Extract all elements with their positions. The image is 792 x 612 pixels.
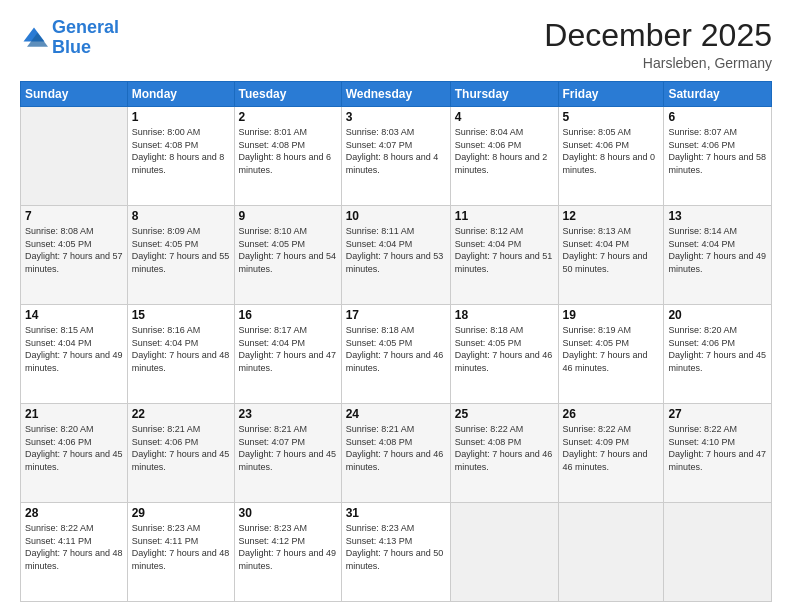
week-row: 14Sunrise: 8:15 AMSunset: 4:04 PMDayligh… bbox=[21, 305, 772, 404]
sunset-text: Sunset: 4:05 PM bbox=[239, 238, 337, 251]
day-cell: 12Sunrise: 8:13 AMSunset: 4:04 PMDayligh… bbox=[558, 206, 664, 305]
sunset-text: Sunset: 4:06 PM bbox=[668, 337, 767, 350]
sunset-text: Sunset: 4:04 PM bbox=[668, 238, 767, 251]
sunset-text: Sunset: 4:06 PM bbox=[563, 139, 660, 152]
week-row: 28Sunrise: 8:22 AMSunset: 4:11 PMDayligh… bbox=[21, 503, 772, 602]
day-info: Sunrise: 8:18 AMSunset: 4:05 PMDaylight:… bbox=[455, 324, 554, 374]
sunset-text: Sunset: 4:04 PM bbox=[563, 238, 660, 251]
sunset-text: Sunset: 4:06 PM bbox=[668, 139, 767, 152]
day-info: Sunrise: 8:00 AMSunset: 4:08 PMDaylight:… bbox=[132, 126, 230, 176]
sunrise-text: Sunrise: 8:14 AM bbox=[668, 225, 767, 238]
day-cell: 28Sunrise: 8:22 AMSunset: 4:11 PMDayligh… bbox=[21, 503, 128, 602]
day-cell: 30Sunrise: 8:23 AMSunset: 4:12 PMDayligh… bbox=[234, 503, 341, 602]
sunset-text: Sunset: 4:08 PM bbox=[346, 436, 446, 449]
day-info: Sunrise: 8:21 AMSunset: 4:06 PMDaylight:… bbox=[132, 423, 230, 473]
daylight-text: Daylight: 7 hours and 46 minutes. bbox=[563, 448, 660, 473]
sunrise-text: Sunrise: 8:23 AM bbox=[346, 522, 446, 535]
day-number: 5 bbox=[563, 110, 660, 124]
sunset-text: Sunset: 4:13 PM bbox=[346, 535, 446, 548]
day-info: Sunrise: 8:22 AMSunset: 4:09 PMDaylight:… bbox=[563, 423, 660, 473]
day-number: 4 bbox=[455, 110, 554, 124]
daylight-text: Daylight: 7 hours and 49 minutes. bbox=[25, 349, 123, 374]
sunrise-text: Sunrise: 8:22 AM bbox=[563, 423, 660, 436]
sunrise-text: Sunrise: 8:12 AM bbox=[455, 225, 554, 238]
sunrise-text: Sunrise: 8:03 AM bbox=[346, 126, 446, 139]
sunrise-text: Sunrise: 8:23 AM bbox=[132, 522, 230, 535]
day-number: 20 bbox=[668, 308, 767, 322]
day-cell: 17Sunrise: 8:18 AMSunset: 4:05 PMDayligh… bbox=[341, 305, 450, 404]
sunset-text: Sunset: 4:11 PM bbox=[132, 535, 230, 548]
daylight-text: Daylight: 7 hours and 50 minutes. bbox=[346, 547, 446, 572]
daylight-text: Daylight: 8 hours and 6 minutes. bbox=[239, 151, 337, 176]
day-cell: 13Sunrise: 8:14 AMSunset: 4:04 PMDayligh… bbox=[664, 206, 772, 305]
sunrise-text: Sunrise: 8:18 AM bbox=[346, 324, 446, 337]
sunset-text: Sunset: 4:04 PM bbox=[455, 238, 554, 251]
day-cell: 24Sunrise: 8:21 AMSunset: 4:08 PMDayligh… bbox=[341, 404, 450, 503]
day-cell: 16Sunrise: 8:17 AMSunset: 4:04 PMDayligh… bbox=[234, 305, 341, 404]
day-number: 6 bbox=[668, 110, 767, 124]
calendar-body: 1Sunrise: 8:00 AMSunset: 4:08 PMDaylight… bbox=[21, 107, 772, 602]
sunset-text: Sunset: 4:05 PM bbox=[563, 337, 660, 350]
day-cell: 15Sunrise: 8:16 AMSunset: 4:04 PMDayligh… bbox=[127, 305, 234, 404]
day-number: 28 bbox=[25, 506, 123, 520]
day-number: 24 bbox=[346, 407, 446, 421]
day-info: Sunrise: 8:09 AMSunset: 4:05 PMDaylight:… bbox=[132, 225, 230, 275]
sunrise-text: Sunrise: 8:13 AM bbox=[563, 225, 660, 238]
daylight-text: Daylight: 7 hours and 46 minutes. bbox=[563, 349, 660, 374]
day-number: 3 bbox=[346, 110, 446, 124]
day-number: 26 bbox=[563, 407, 660, 421]
daylight-text: Daylight: 7 hours and 45 minutes. bbox=[239, 448, 337, 473]
sunrise-text: Sunrise: 8:05 AM bbox=[563, 126, 660, 139]
day-info: Sunrise: 8:20 AMSunset: 4:06 PMDaylight:… bbox=[668, 324, 767, 374]
daylight-text: Daylight: 7 hours and 46 minutes. bbox=[455, 448, 554, 473]
week-row: 1Sunrise: 8:00 AMSunset: 4:08 PMDaylight… bbox=[21, 107, 772, 206]
daylight-text: Daylight: 7 hours and 45 minutes. bbox=[668, 349, 767, 374]
col-friday: Friday bbox=[558, 82, 664, 107]
day-number: 15 bbox=[132, 308, 230, 322]
logo-text: General Blue bbox=[52, 18, 119, 58]
week-row: 7Sunrise: 8:08 AMSunset: 4:05 PMDaylight… bbox=[21, 206, 772, 305]
col-wednesday: Wednesday bbox=[341, 82, 450, 107]
daylight-text: Daylight: 7 hours and 45 minutes. bbox=[25, 448, 123, 473]
sunset-text: Sunset: 4:11 PM bbox=[25, 535, 123, 548]
sunset-text: Sunset: 4:06 PM bbox=[455, 139, 554, 152]
sunrise-text: Sunrise: 8:20 AM bbox=[25, 423, 123, 436]
sunrise-text: Sunrise: 8:15 AM bbox=[25, 324, 123, 337]
day-cell: 21Sunrise: 8:20 AMSunset: 4:06 PMDayligh… bbox=[21, 404, 128, 503]
day-info: Sunrise: 8:15 AMSunset: 4:04 PMDaylight:… bbox=[25, 324, 123, 374]
col-thursday: Thursday bbox=[450, 82, 558, 107]
day-info: Sunrise: 8:05 AMSunset: 4:06 PMDaylight:… bbox=[563, 126, 660, 176]
day-info: Sunrise: 8:04 AMSunset: 4:06 PMDaylight:… bbox=[455, 126, 554, 176]
day-number: 16 bbox=[239, 308, 337, 322]
day-info: Sunrise: 8:23 AMSunset: 4:13 PMDaylight:… bbox=[346, 522, 446, 572]
daylight-text: Daylight: 7 hours and 47 minutes. bbox=[668, 448, 767, 473]
sunset-text: Sunset: 4:06 PM bbox=[132, 436, 230, 449]
sunset-text: Sunset: 4:04 PM bbox=[239, 337, 337, 350]
day-info: Sunrise: 8:22 AMSunset: 4:11 PMDaylight:… bbox=[25, 522, 123, 572]
daylight-text: Daylight: 7 hours and 53 minutes. bbox=[346, 250, 446, 275]
sunrise-text: Sunrise: 8:01 AM bbox=[239, 126, 337, 139]
header: General Blue December 2025 Harsleben, Ge… bbox=[20, 18, 772, 71]
sunrise-text: Sunrise: 8:07 AM bbox=[668, 126, 767, 139]
logo: General Blue bbox=[20, 18, 119, 58]
day-number: 2 bbox=[239, 110, 337, 124]
day-number: 12 bbox=[563, 209, 660, 223]
day-number: 7 bbox=[25, 209, 123, 223]
sunset-text: Sunset: 4:05 PM bbox=[25, 238, 123, 251]
day-cell: 27Sunrise: 8:22 AMSunset: 4:10 PMDayligh… bbox=[664, 404, 772, 503]
day-info: Sunrise: 8:22 AMSunset: 4:08 PMDaylight:… bbox=[455, 423, 554, 473]
day-number: 21 bbox=[25, 407, 123, 421]
daylight-text: Daylight: 7 hours and 46 minutes. bbox=[346, 349, 446, 374]
sunset-text: Sunset: 4:12 PM bbox=[239, 535, 337, 548]
day-info: Sunrise: 8:01 AMSunset: 4:08 PMDaylight:… bbox=[239, 126, 337, 176]
col-sunday: Sunday bbox=[21, 82, 128, 107]
col-tuesday: Tuesday bbox=[234, 82, 341, 107]
daylight-text: Daylight: 7 hours and 48 minutes. bbox=[132, 547, 230, 572]
sunrise-text: Sunrise: 8:22 AM bbox=[668, 423, 767, 436]
sunset-text: Sunset: 4:06 PM bbox=[25, 436, 123, 449]
day-cell: 22Sunrise: 8:21 AMSunset: 4:06 PMDayligh… bbox=[127, 404, 234, 503]
sunrise-text: Sunrise: 8:00 AM bbox=[132, 126, 230, 139]
sunrise-text: Sunrise: 8:09 AM bbox=[132, 225, 230, 238]
week-row: 21Sunrise: 8:20 AMSunset: 4:06 PMDayligh… bbox=[21, 404, 772, 503]
day-info: Sunrise: 8:10 AMSunset: 4:05 PMDaylight:… bbox=[239, 225, 337, 275]
